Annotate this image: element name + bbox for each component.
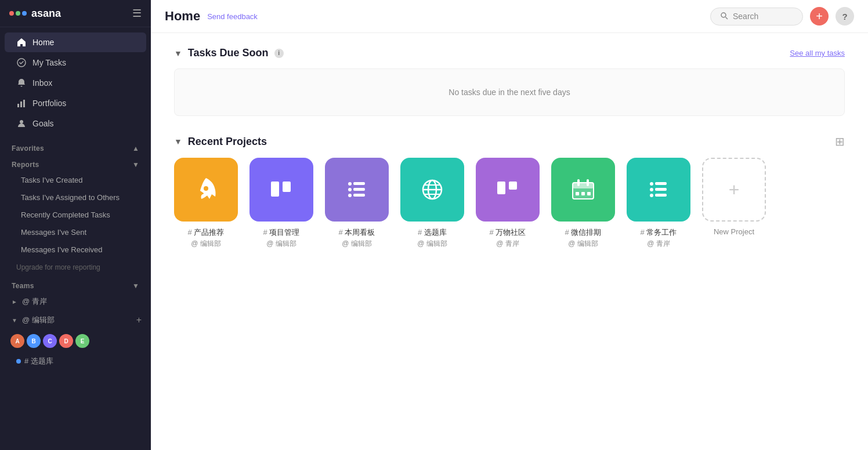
bell-icon xyxy=(16,78,27,88)
project-card-0[interactable]: 产品推荐 编辑部 xyxy=(174,158,238,249)
project-team-0: 编辑部 xyxy=(191,239,221,249)
top-actions: Search + ? xyxy=(710,7,854,26)
project-name-6: 常务工作 xyxy=(641,227,677,238)
bar-chart-icon xyxy=(16,98,27,108)
sidebar-item-home-label: Home xyxy=(32,38,54,47)
tasks-due-section: ▼ Tasks Due Soon i See all my tasks No t… xyxy=(174,47,845,116)
sidebar-item-tasks-created[interactable]: Tasks I've Created xyxy=(5,172,146,188)
project-name-3: 选题库 xyxy=(418,227,447,238)
favorites-collapse-icon: ▲ xyxy=(132,144,139,153)
project-icon-4 xyxy=(476,158,540,222)
svg-rect-21 xyxy=(497,182,505,194)
see-all-tasks-link[interactable]: See all my tasks xyxy=(790,49,845,57)
project-card-1[interactable]: 项目管理 编辑部 xyxy=(249,158,313,249)
sidebar-toggle-icon[interactable]: ☰ xyxy=(132,7,142,20)
reports-section-header[interactable]: Reports ▼ xyxy=(0,155,151,171)
sidebar-item-my-tasks[interactable]: My Tasks xyxy=(5,53,146,72)
tasks-created-label: Tasks I've Created xyxy=(21,176,83,184)
svg-rect-29 xyxy=(587,192,591,195)
sidebar-item-recently-completed[interactable]: Recently Completed Tasks xyxy=(5,206,146,223)
project-card-2[interactable]: 本周看板 编辑部 xyxy=(325,158,389,249)
svg-point-7 xyxy=(204,186,208,191)
sidebar-item-messages-sent[interactable]: Messages I've Sent xyxy=(5,224,146,241)
project-card-6[interactable]: 常务工作 青岸 xyxy=(627,158,690,249)
svg-point-10 xyxy=(348,182,352,186)
sidebar-header: asana ☰ xyxy=(0,0,151,27)
project-team-4: 青岸 xyxy=(496,239,519,249)
team-item-qingyan[interactable]: ► @ 青岸 xyxy=(0,292,151,311)
tasks-assigned-label: Tasks I've Assigned to Others xyxy=(21,193,120,202)
sidebar-item-portfolios[interactable]: Portfolios xyxy=(5,93,146,113)
team-expand-bianji-icon: ▼ xyxy=(12,317,17,324)
sub-team-dot-icon xyxy=(16,359,21,364)
top-bar: Home Send feedback Search + ? xyxy=(151,0,868,33)
svg-rect-24 xyxy=(573,183,594,188)
recent-projects-title: Recent Projects xyxy=(188,136,267,148)
svg-line-6 xyxy=(726,17,728,19)
member-avatar-4: D xyxy=(58,333,74,349)
sidebar-item-xuantiku[interactable]: # 选题库 xyxy=(0,353,151,370)
recent-projects-collapse-icon[interactable]: ▼ xyxy=(174,137,182,146)
logo-dot-green xyxy=(16,11,20,16)
project-icon-2 xyxy=(325,158,389,222)
member-avatar-2: B xyxy=(26,333,42,349)
project-icon-0 xyxy=(174,158,238,222)
recent-projects-header: ▼ Recent Projects ⊞ xyxy=(174,135,845,148)
team-name-qingyan: @ 青岸 xyxy=(22,296,142,307)
sidebar: asana ☰ Home My Tasks Inbox xyxy=(0,0,151,450)
tasks-due-collapse-icon[interactable]: ▼ xyxy=(174,49,182,58)
favorites-title: Favorites xyxy=(12,144,44,153)
logo-dot-red xyxy=(9,11,14,16)
teams-section-header[interactable]: Teams ▼ xyxy=(0,276,151,292)
recent-projects-section: ▼ Recent Projects ⊞ 产品推荐 编辑 xyxy=(174,135,845,249)
search-box[interactable]: Search xyxy=(710,8,803,26)
logo-dot-blue xyxy=(22,11,27,16)
project-card-3[interactable]: 选题库 编辑部 xyxy=(400,158,464,249)
upgrade-link[interactable]: Upgrade for more reporting xyxy=(0,259,151,276)
search-icon xyxy=(720,12,728,21)
tasks-due-title: Tasks Due Soon xyxy=(188,47,269,59)
svg-rect-13 xyxy=(353,188,365,191)
sidebar-item-home[interactable]: Home xyxy=(5,32,146,52)
tasks-due-info-icon[interactable]: i xyxy=(274,49,284,58)
sidebar-item-inbox[interactable]: Inbox xyxy=(5,73,146,93)
content-area: ▼ Tasks Due Soon i See all my tasks No t… xyxy=(151,33,868,450)
svg-rect-3 xyxy=(23,100,25,107)
project-icon-6 xyxy=(627,158,690,222)
new-project-card[interactable]: + New Project xyxy=(702,158,766,249)
tasks-due-title-area: ▼ Tasks Due Soon i xyxy=(174,47,284,59)
messages-sent-label: Messages I've Sent xyxy=(21,228,86,237)
new-project-label: New Project xyxy=(714,227,754,236)
svg-rect-28 xyxy=(581,192,585,195)
sidebar-item-goals-label: Goals xyxy=(32,119,54,128)
grid-view-icon[interactable]: ⊞ xyxy=(835,135,845,148)
project-team-2: 编辑部 xyxy=(342,239,372,249)
project-card-4[interactable]: 万物社区 青岸 xyxy=(476,158,540,249)
add-button[interactable]: + xyxy=(810,7,829,26)
project-icon-1 xyxy=(249,158,313,222)
reports-title: Reports xyxy=(12,161,39,169)
project-card-5[interactable]: 微信排期 编辑部 xyxy=(551,158,615,249)
sidebar-item-tasks-assigned[interactable]: Tasks I've Assigned to Others xyxy=(5,189,146,206)
project-name-0: 产品推荐 xyxy=(188,227,225,238)
projects-grid: 产品推荐 编辑部 项目管理 编辑部 xyxy=(174,158,845,249)
sidebar-item-goals[interactable]: Goals xyxy=(5,114,146,133)
team-add-icon[interactable]: + xyxy=(136,315,142,325)
sidebar-item-my-tasks-label: My Tasks xyxy=(32,58,66,67)
logo-dots xyxy=(9,11,27,16)
help-button[interactable]: ? xyxy=(836,7,854,26)
check-circle-icon xyxy=(16,57,27,68)
page-title-area: Home Send feedback xyxy=(165,9,258,24)
svg-rect-26 xyxy=(587,179,589,186)
sidebar-item-messages-received[interactable]: Messages I've Received xyxy=(5,241,146,258)
team-item-bianji[interactable]: ▼ @ 编辑部 + xyxy=(0,311,151,329)
send-feedback-link[interactable]: Send feedback xyxy=(207,12,258,21)
teams-list: ► @ 青岸 ▼ @ 编辑部 + A B C D E # 选题库 xyxy=(0,292,151,370)
new-project-icon: + xyxy=(702,158,766,222)
project-name-5: 微信排期 xyxy=(565,227,602,238)
member-avatar-3: C xyxy=(42,333,58,349)
svg-rect-27 xyxy=(576,192,579,195)
favorites-section-header[interactable]: Favorites ▲ xyxy=(0,139,151,155)
logo-text: asana xyxy=(31,8,61,20)
svg-rect-9 xyxy=(283,182,291,192)
